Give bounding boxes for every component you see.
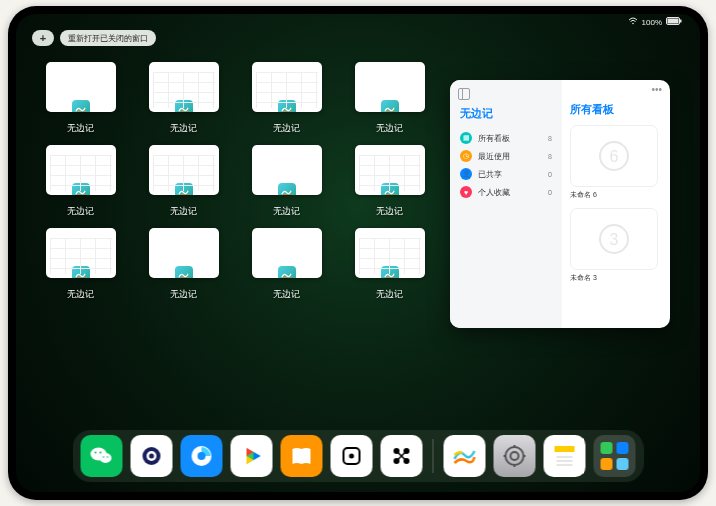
person-icon: 👤 <box>460 168 472 180</box>
window-preview <box>252 62 322 112</box>
window-thumbnail[interactable]: 无边记 <box>250 228 323 301</box>
svg-text:3: 3 <box>610 231 619 248</box>
window-label: 无边记 <box>170 122 197 135</box>
dock-app-settings[interactable] <box>494 435 536 477</box>
freeform-app-icon <box>381 100 399 112</box>
svg-point-11 <box>100 452 102 454</box>
heart-icon: ♥ <box>460 186 472 198</box>
freeform-app-icon <box>72 266 90 278</box>
window-preview <box>46 228 116 278</box>
window-thumbnail[interactable]: 无边记 <box>353 145 426 218</box>
freeform-sidebar: 无边记 ▦所有看板8◷最近使用8👤已共享0♥个人收藏0 <box>450 80 562 328</box>
window-thumbnail[interactable]: 无边记 <box>147 62 220 135</box>
battery-icon <box>666 17 682 27</box>
window-label: 无边记 <box>273 122 300 135</box>
window-thumbnail[interactable]: 无边记 <box>147 145 220 218</box>
freeform-app-icon <box>278 266 296 278</box>
status-right: 100% <box>628 17 682 27</box>
window-label: 无边记 <box>67 205 94 218</box>
board-name: 未命名 6 <box>570 190 658 200</box>
wifi-icon <box>628 17 638 27</box>
svg-point-9 <box>100 453 112 463</box>
svg-rect-42 <box>617 442 629 454</box>
dock-app-dice[interactable] <box>331 435 373 477</box>
board-item[interactable]: 3未命名 3 <box>570 208 658 283</box>
reopen-label: 重新打开已关闭的窗口 <box>68 33 148 44</box>
dock-separator <box>433 439 434 473</box>
window-preview <box>149 145 219 195</box>
svg-text:6: 6 <box>610 148 619 165</box>
dock-app-books[interactable] <box>281 435 323 477</box>
sidebar-item-count: 0 <box>548 189 552 196</box>
board-item[interactable]: 6未命名 6 <box>570 125 658 200</box>
more-icon[interactable]: ••• <box>651 84 662 95</box>
freeform-app-icon <box>381 266 399 278</box>
window-thumbnail[interactable]: 无边记 <box>353 228 426 301</box>
svg-point-12 <box>103 456 105 458</box>
svg-marker-22 <box>254 452 261 460</box>
freeform-content: ••• 所有看板 6未命名 63未命名 3 <box>562 80 670 328</box>
svg-rect-44 <box>617 458 629 470</box>
dock-app-quark[interactable] <box>131 435 173 477</box>
freeform-app-icon <box>278 100 296 112</box>
sidebar-item-count: 8 <box>548 135 552 142</box>
window-thumbnail[interactable]: 无边记 <box>147 228 220 301</box>
grid-icon: ▦ <box>460 132 472 144</box>
sidebar-item-label: 个人收藏 <box>478 187 542 198</box>
battery-label: 100% <box>642 18 662 27</box>
window-thumbnail[interactable]: 无边记 <box>44 62 117 135</box>
sidebar-item[interactable]: ◷最近使用8 <box>458 147 554 165</box>
freeform-app-icon <box>175 183 193 195</box>
sidebar-item[interactable]: ▦所有看板8 <box>458 129 554 147</box>
window-preview <box>355 62 425 112</box>
sidebar-item[interactable]: 👤已共享0 <box>458 165 554 183</box>
sidebar-item-label: 已共享 <box>478 169 542 180</box>
window-preview <box>252 145 322 195</box>
dock-app-play-video[interactable] <box>231 435 273 477</box>
freeform-app-icon <box>175 100 193 112</box>
svg-point-31 <box>506 447 524 465</box>
window-label: 无边记 <box>273 205 300 218</box>
clock-icon: ◷ <box>460 150 472 162</box>
dock-app-nodes[interactable] <box>381 435 423 477</box>
svg-rect-3 <box>680 20 682 23</box>
top-toolbar: + 重新打开已关闭的窗口 <box>32 30 156 46</box>
window-label: 无边记 <box>67 122 94 135</box>
stage-manager-grid: 无边记无边记无边记无边记无边记无边记无边记无边记无边记无边记无边记无边记 <box>44 62 426 301</box>
window-thumbnail[interactable]: 无边记 <box>250 145 323 218</box>
new-window-button[interactable]: + <box>32 30 54 46</box>
screen: 100% + 重新打开已关闭的窗口 无边记无边记无边记无边记无边记无边记无边记无… <box>16 14 700 492</box>
freeform-app-icon <box>278 183 296 195</box>
window-preview <box>46 62 116 112</box>
svg-rect-2 <box>668 19 679 24</box>
window-preview <box>46 145 116 195</box>
svg-point-10 <box>95 452 97 454</box>
dock-app-qqbrowser[interactable] <box>181 435 223 477</box>
window-thumbnail[interactable]: 无边记 <box>250 62 323 135</box>
window-thumbnail[interactable]: 无边记 <box>44 228 117 301</box>
sidebar-item-count: 8 <box>548 153 552 160</box>
window-preview <box>149 228 219 278</box>
window-preview <box>355 145 425 195</box>
dock-app-notes[interactable] <box>544 435 586 477</box>
sidebar-title: 无边记 <box>460 106 554 121</box>
board-name: 未命名 3 <box>570 273 658 283</box>
svg-point-32 <box>511 452 519 460</box>
sidebar-toggle-icon[interactable] <box>458 88 470 100</box>
window-thumbnail[interactable]: 无边记 <box>353 62 426 135</box>
svg-point-18 <box>198 452 206 460</box>
window-thumbnail[interactable]: 无边记 <box>44 145 117 218</box>
dock-app-wechat[interactable] <box>81 435 123 477</box>
board-thumbnail: 3 <box>570 208 658 270</box>
dock-app-library[interactable] <box>594 435 636 477</box>
status-bar: 100% <box>16 14 700 30</box>
freeform-main-window[interactable]: 无边记 ▦所有看板8◷最近使用8👤已共享0♥个人收藏0 ••• 所有看板 6未命… <box>450 80 670 328</box>
freeform-app-icon <box>175 266 193 278</box>
sidebar-item-label: 最近使用 <box>478 151 542 162</box>
reopen-closed-window-button[interactable]: 重新打开已关闭的窗口 <box>60 30 156 46</box>
sidebar-item[interactable]: ♥个人收藏0 <box>458 183 554 201</box>
freeform-app-icon <box>72 183 90 195</box>
dock-app-freeform[interactable] <box>444 435 486 477</box>
sidebar-item-label: 所有看板 <box>478 133 542 144</box>
svg-point-0 <box>632 23 634 25</box>
